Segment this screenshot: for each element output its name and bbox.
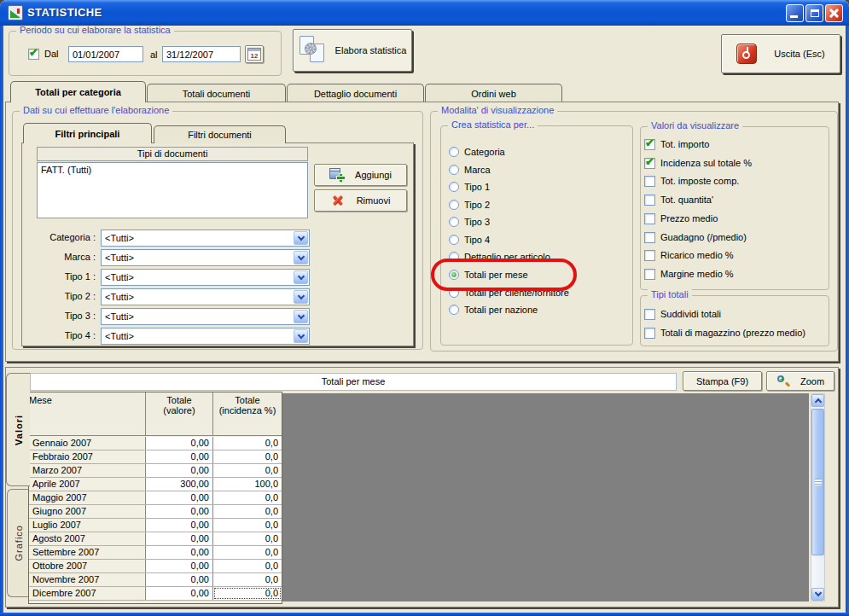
cell-totale-valore[interactable]: 0,00 — [146, 546, 213, 559]
checkbox-tot-importo[interactable]: ✔Tot. importo — [644, 138, 709, 150]
cell-mese[interactable]: Dicembre 2007 — [29, 587, 146, 600]
cell-mese[interactable]: Aprile 2007 — [29, 478, 146, 491]
tab-ordini-web[interactable]: Ordini web — [425, 84, 562, 102]
chevron-down-icon[interactable] — [294, 329, 308, 343]
tipo4-combobox[interactable]: <Tutti> — [101, 328, 310, 345]
radio-tipo3[interactable]: Tipo 3 — [449, 216, 490, 228]
elabora-statistica-button[interactable]: Elabora statistica — [293, 29, 412, 72]
cell-totale-incidenza-focused[interactable]: 0,0 — [213, 587, 282, 600]
cell-totale-valore[interactable]: 300,00 — [146, 478, 213, 491]
tipo2-combobox[interactable]: <Tutti> — [101, 288, 310, 305]
cell-totale-valore[interactable]: 0,00 — [146, 464, 213, 477]
side-tab-grafico[interactable]: Grafico — [7, 489, 29, 597]
date-to-input[interactable] — [162, 46, 241, 62]
cell-totale-valore[interactable]: 0,00 — [146, 573, 213, 586]
cell-mese[interactable]: Maggio 2007 — [29, 491, 146, 504]
radio-totali-per-mese[interactable]: Totali per mese — [449, 269, 528, 281]
dal-checkbox-row[interactable]: ✔ Dal — [28, 48, 59, 60]
checkbox-tot-imposte[interactable]: ✔Tot. imposte comp. — [644, 175, 739, 187]
uscita-button[interactable]: Uscita (Esc) — [721, 34, 840, 73]
maximize-button[interactable] — [805, 4, 823, 22]
cell-totale-valore[interactable]: 0,00 — [146, 450, 213, 463]
scroll-down-button[interactable] — [811, 588, 824, 601]
subtab-filtri-documenti[interactable]: Filtri documenti — [154, 125, 286, 143]
title-bar[interactable]: STATISTICHE — [0, 0, 849, 26]
cell-totale-valore[interactable]: 0,00 — [146, 437, 213, 450]
radio-totali-per-cliente-fornitore[interactable]: Totali per cliente/fornitore — [449, 287, 569, 299]
chevron-down-icon[interactable] — [294, 231, 308, 245]
radio-totali-per-nazione[interactable]: Totali per nazione — [449, 304, 538, 316]
checkbox-tot-quantita[interactable]: ✔Tot. quantita' — [644, 194, 713, 206]
cell-totale-incidenza[interactable]: 0,0 — [213, 437, 282, 450]
cell-totale-incidenza[interactable]: 0,0 — [213, 546, 282, 559]
cell-mese[interactable]: Febbraio 2007 — [29, 450, 146, 463]
cell-totale-incidenza[interactable]: 0,0 — [213, 505, 282, 518]
side-tab-valori[interactable]: Valori — [6, 373, 30, 486]
cell-totale-incidenza[interactable]: 0,0 — [213, 450, 282, 463]
radio-categoria[interactable]: Categoria — [449, 146, 505, 158]
cell-mese[interactable]: Novembre 2007 — [29, 573, 146, 586]
list-item[interactable]: FATT. (Tutti) — [38, 163, 307, 177]
marca-combobox[interactable]: <Tutti> — [101, 249, 310, 266]
scroll-up-button[interactable] — [811, 394, 824, 407]
tab-totali-per-categoria[interactable]: Totali per categoria — [10, 81, 146, 102]
checkbox-prezzo-medio[interactable]: ✔Prezzo medio — [644, 212, 718, 224]
radio-tipo2[interactable]: Tipo 2 — [449, 199, 490, 211]
column-header-mese[interactable]: Mese — [29, 392, 146, 435]
cell-mese[interactable]: Giugno 2007 — [29, 505, 146, 518]
cell-totale-incidenza[interactable]: 0,0 — [213, 519, 282, 532]
radio-dettaglio-per-articolo[interactable]: Dettaglio per articolo — [449, 251, 550, 263]
chevron-down-icon[interactable] — [294, 290, 308, 304]
doc-types-listbox[interactable]: FATT. (Tutti) — [37, 162, 308, 218]
zoom-button[interactable]: + Zoom — [766, 371, 834, 391]
cell-totale-incidenza[interactable]: 0,0 — [213, 532, 282, 545]
checkbox-ricarico-medio[interactable]: ✔Ricarico medio % — [644, 249, 734, 261]
checkbox-totali-magazzino[interactable]: ✔Totali di magazzino (prezzo medio) — [644, 327, 805, 339]
column-header-totale-valore[interactable]: Totale(valore) — [146, 392, 213, 435]
cell-mese[interactable]: Agosto 2007 — [29, 532, 146, 545]
cell-totale-incidenza[interactable]: 0,0 — [213, 491, 282, 504]
cell-totale-valore[interactable]: 0,00 — [146, 491, 213, 504]
checkbox-suddividi-totali[interactable]: ✔Suddividi totali — [644, 308, 721, 320]
cell-totale-incidenza[interactable]: 0,0 — [213, 560, 282, 572]
close-button[interactable] — [825, 4, 843, 22]
checkbox-guadagno[interactable]: ✔Guadagno (/pmedio) — [644, 231, 747, 243]
cell-mese[interactable]: Ottobre 2007 — [29, 560, 146, 572]
subtab-filtri-principali[interactable]: Filtri principali — [23, 123, 152, 143]
checkbox-incidenza[interactable]: ✔Incidenza sul totale % — [644, 157, 752, 169]
chevron-down-icon[interactable] — [294, 310, 308, 323]
radio-marca[interactable]: Marca — [449, 164, 491, 176]
rimuovi-button[interactable]: Rimuovi — [314, 189, 407, 212]
cell-totale-incidenza[interactable]: 0,0 — [213, 464, 282, 477]
categoria-combobox[interactable]: <Tutti> — [101, 230, 310, 247]
minimize-button[interactable] — [786, 4, 804, 22]
scrollbar-thumb[interactable] — [811, 409, 824, 555]
checkbox-margine-medio[interactable]: ✔Margine medio % — [644, 268, 734, 280]
cell-totale-incidenza[interactable]: 0,0 — [213, 573, 282, 586]
tipo3-combobox[interactable]: <Tutti> — [101, 308, 310, 325]
chevron-down-icon[interactable] — [294, 270, 308, 284]
column-header-totale-incidenza[interactable]: Totale(incidenza %) — [213, 392, 282, 435]
calendar-button[interactable]: 12 — [245, 45, 264, 63]
tab-totali-documenti[interactable]: Totali documenti — [147, 84, 286, 102]
radio-tipo4[interactable]: Tipo 4 — [449, 234, 490, 246]
tipo1-combobox[interactable]: <Tutti> — [101, 269, 310, 286]
cell-totale-valore[interactable]: 0,00 — [146, 587, 213, 600]
cell-mese[interactable]: Luglio 2007 — [29, 519, 146, 532]
cell-totale-valore[interactable]: 0,00 — [146, 519, 213, 532]
stampa-button[interactable]: Stampa (F9) — [683, 371, 762, 391]
cell-mese[interactable]: Gennaio 2007 — [29, 437, 146, 450]
cell-mese[interactable]: Marzo 2007 — [29, 464, 146, 477]
cell-totale-valore[interactable]: 0,00 — [146, 532, 213, 545]
cell-totale-incidenza[interactable]: 100,0 — [213, 478, 282, 491]
vertical-scrollbar[interactable] — [811, 393, 825, 601]
aggiungi-button[interactable]: Aggiungi — [314, 164, 407, 186]
dal-checkbox[interactable]: ✔ — [28, 49, 39, 60]
tab-dettaglio-documenti[interactable]: Dettaglio documenti — [287, 84, 424, 102]
cell-totale-valore[interactable]: 0,00 — [146, 505, 213, 518]
results-title-field[interactable]: Totali per mese — [30, 373, 677, 391]
chevron-down-icon[interactable] — [294, 251, 308, 264]
date-from-input[interactable] — [68, 46, 143, 62]
radio-tipo1[interactable]: Tipo 1 — [449, 181, 490, 193]
cell-totale-valore[interactable]: 0,00 — [146, 560, 213, 572]
